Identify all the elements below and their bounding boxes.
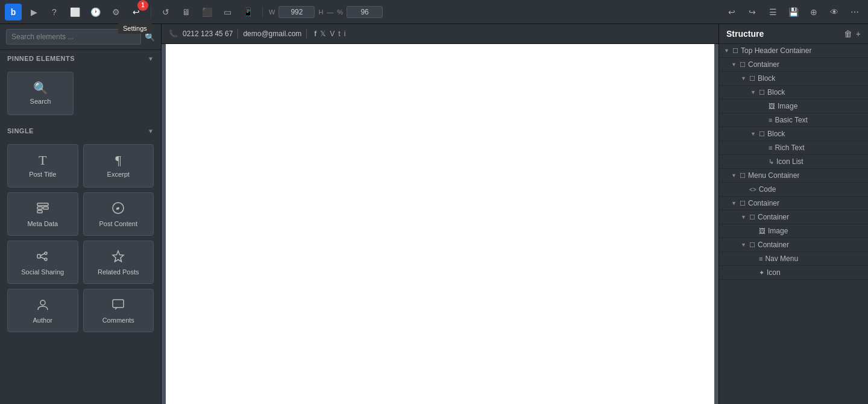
tree-item-rich-text[interactable]: ≡ Rich Text bbox=[719, 141, 868, 155]
tree-label: Nav Menu bbox=[765, 254, 798, 263]
tablet-portrait-button[interactable]: ▭ bbox=[219, 4, 236, 21]
refresh-button[interactable]: ↺ bbox=[157, 4, 174, 21]
tree-label: Container bbox=[758, 241, 789, 249]
tree-item-image-2[interactable]: 🖼 Image bbox=[719, 224, 868, 238]
single-section-header[interactable]: SINGLE ▼ bbox=[0, 122, 161, 139]
pinned-section-header[interactable]: PINNED ELEMENTS ▼ bbox=[0, 50, 161, 67]
svg-rect-2 bbox=[43, 207, 48, 209]
element-card-post-content[interactable]: Post Content bbox=[83, 192, 154, 236]
canvas-topbar: 📞 0212 123 45 67 demo@gmail.com f 𝕏 V t … bbox=[162, 24, 719, 44]
tree-label: Top Header Container bbox=[741, 46, 811, 55]
tree-item-menu-container[interactable]: ▼ ☐ Menu Container bbox=[719, 169, 868, 183]
element-card-post-title[interactable]: T Post Title bbox=[7, 144, 78, 188]
tree-label: Image bbox=[768, 227, 788, 235]
tree-image-icon: 🖼 bbox=[769, 103, 775, 110]
logo-button[interactable]: b bbox=[5, 4, 22, 21]
svg-point-9 bbox=[40, 300, 45, 305]
more-button[interactable]: ⋯ bbox=[846, 4, 863, 21]
tree-container-icon: ☐ bbox=[740, 61, 746, 69]
percent-input[interactable] bbox=[347, 6, 383, 18]
element-card-related-posts[interactable]: Related Posts bbox=[83, 241, 154, 284]
structure-panel-header: Structure 🗑 + bbox=[719, 24, 868, 44]
tree-item-icon[interactable]: ✦ Icon bbox=[719, 266, 868, 280]
canvas-social-divider bbox=[306, 29, 307, 39]
single-section: SINGLE ▼ T Post Title ¶ Excerpt bbox=[0, 122, 161, 339]
element-card-comments[interactable]: Comments bbox=[83, 289, 154, 332]
tree-image-icon: 🖼 bbox=[759, 227, 766, 235]
element-card-excerpt[interactable]: ¶ Excerpt bbox=[83, 144, 154, 188]
preview-button[interactable]: 👁 bbox=[826, 4, 843, 21]
tree-item-block-1[interactable]: ▼ ☐ Block bbox=[719, 72, 868, 86]
save-button[interactable]: 💾 bbox=[785, 4, 802, 21]
tablet-landscape-button[interactable]: ⬛ bbox=[198, 4, 215, 21]
tree-item-container-1[interactable]: ▼ ☐ Container bbox=[719, 58, 868, 72]
desktop-view-button[interactable]: 🖥 bbox=[178, 4, 195, 21]
tree-item-container-4[interactable]: ▼ ☐ Container bbox=[719, 238, 868, 252]
tree-item-image-1[interactable]: 🖼 Image bbox=[719, 99, 868, 113]
instagram-icon[interactable]: i bbox=[344, 30, 346, 38]
tree-item-block-3[interactable]: ▼ ☐ Block bbox=[719, 127, 868, 141]
pointer-tool-button[interactable]: ▶ bbox=[25, 4, 42, 21]
tree-item-container-3[interactable]: ▼ ☐ Container bbox=[719, 210, 868, 224]
related-posts-icon bbox=[112, 250, 125, 265]
mobile-button[interactable]: 📱 bbox=[239, 4, 256, 21]
meta-data-icon bbox=[36, 201, 49, 216]
tree-label: Block bbox=[758, 74, 775, 83]
wp-button[interactable]: ⊕ bbox=[805, 4, 822, 21]
width-input[interactable] bbox=[278, 6, 315, 18]
comments-label: Comments bbox=[102, 317, 134, 324]
tree-label: Block bbox=[767, 130, 785, 138]
back-button[interactable]: ↩ 1 bbox=[128, 4, 145, 21]
tumblr-icon[interactable]: t bbox=[338, 30, 340, 38]
h-label: H bbox=[318, 8, 323, 16]
pages-button[interactable]: ⬜ bbox=[66, 4, 83, 21]
twitter-icon[interactable]: 𝕏 bbox=[320, 30, 326, 38]
svg-rect-5 bbox=[37, 254, 40, 258]
tree-item-container-2[interactable]: ▼ ☐ Container bbox=[719, 197, 868, 210]
structure-panel: Structure 🗑 + ▼ ☐ Top Header Container ▼… bbox=[719, 24, 868, 404]
facebook-icon[interactable]: f bbox=[314, 30, 316, 38]
tree-item-icon-list[interactable]: ↳ Icon List bbox=[719, 155, 868, 169]
tree-text-icon: ≡ bbox=[769, 116, 772, 124]
tree-nav-menu-icon: ≡ bbox=[759, 255, 763, 262]
search-element-icon: 🔍 bbox=[33, 82, 48, 94]
tree-item-nav-menu[interactable]: ≡ Nav Menu bbox=[719, 252, 868, 266]
redo-button[interactable]: ↪ bbox=[744, 4, 761, 21]
tree-item-block-2[interactable]: ▼ ☐ Block bbox=[719, 86, 868, 99]
element-card-meta-data[interactable]: Meta Data bbox=[7, 192, 78, 236]
tree-container-icon: ☐ bbox=[740, 172, 746, 180]
post-title-icon: T bbox=[39, 154, 46, 167]
tree-container-icon: ☐ bbox=[749, 213, 755, 221]
history-button[interactable]: 🕐 bbox=[87, 4, 104, 21]
element-card-search[interactable]: 🔍 Search bbox=[7, 72, 74, 115]
search-element-label: Search bbox=[30, 98, 51, 105]
element-card-social-sharing[interactable]: Social Sharing bbox=[7, 241, 78, 284]
tree-container-icon: ☐ bbox=[740, 200, 746, 207]
tree-label: Container bbox=[758, 213, 789, 221]
tree-item-top-header-container[interactable]: ▼ ☐ Top Header Container bbox=[719, 44, 868, 58]
add-structure-button[interactable]: + bbox=[856, 29, 861, 39]
canvas-area: 📞 0212 123 45 67 demo@gmail.com f 𝕏 V t … bbox=[162, 24, 719, 404]
social-sharing-icon bbox=[36, 250, 49, 265]
meta-data-label: Meta Data bbox=[27, 220, 58, 227]
tree-label: Icon List bbox=[776, 157, 804, 166]
canvas-social-icons: f 𝕏 V t i bbox=[314, 30, 345, 38]
tree-item-basic-text[interactable]: ≡ Basic Text bbox=[719, 113, 868, 127]
help-button[interactable]: ? bbox=[46, 4, 63, 21]
percent-label: % bbox=[337, 8, 343, 16]
post-title-label: Post Title bbox=[29, 171, 56, 178]
delete-structure-button[interactable]: 🗑 bbox=[844, 29, 852, 39]
single-chevron-icon: ▼ bbox=[148, 128, 154, 134]
tree-label: Container bbox=[748, 60, 779, 69]
tree-chevron-icon: ▼ bbox=[731, 62, 737, 68]
settings-button[interactable]: ⚙ bbox=[107, 4, 124, 21]
undo-button[interactable]: ↩ bbox=[723, 4, 740, 21]
tree-label: Menu Container bbox=[748, 171, 799, 180]
vimeo-icon[interactable]: V bbox=[330, 30, 335, 38]
svg-point-6 bbox=[45, 252, 47, 254]
grid-button[interactable]: ☰ bbox=[764, 4, 781, 21]
tree-item-code[interactable]: <> Code bbox=[719, 183, 868, 197]
dash-label: — bbox=[327, 8, 333, 16]
structure-tree: ▼ ☐ Top Header Container ▼ ☐ Container ▼… bbox=[719, 44, 868, 404]
element-card-author[interactable]: Author bbox=[7, 289, 78, 332]
